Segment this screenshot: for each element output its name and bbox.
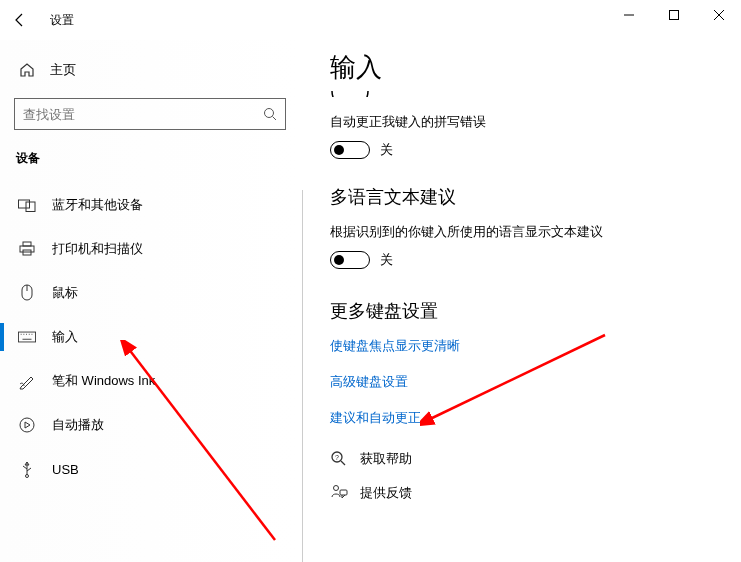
- nav-item-mouse[interactable]: 鼠标: [14, 271, 286, 315]
- toggle-autocorrect-state: 关: [380, 141, 393, 159]
- get-help-label: 获取帮助: [360, 450, 412, 468]
- home-label: 主页: [50, 61, 76, 79]
- title-bar: 设置: [0, 0, 741, 40]
- toggle-autocorrect-row: 关: [330, 141, 731, 159]
- nav-item-printers[interactable]: 打印机和扫描仪: [14, 227, 286, 271]
- svg-point-4: [265, 109, 274, 118]
- svg-text:?: ?: [335, 454, 339, 461]
- svg-rect-8: [23, 242, 31, 246]
- keyboard-links: 使键盘焦点显示更清晰 高级键盘设置 建议和自动更正: [330, 337, 731, 427]
- svg-line-5: [273, 117, 277, 121]
- nav-item-usb[interactable]: USB: [14, 447, 286, 491]
- nav-label: 笔和 Windows Ink: [52, 372, 155, 390]
- category-header: 设备: [14, 150, 286, 167]
- search-icon: [263, 107, 277, 121]
- section-multilang-heading: 多语言文本建议: [330, 185, 731, 209]
- toggle-autocorrect[interactable]: [330, 141, 370, 159]
- keyboard-icon: [18, 328, 36, 346]
- pen-icon: [18, 372, 36, 390]
- minimize-button[interactable]: [606, 0, 651, 30]
- toggle-multilang[interactable]: [330, 251, 370, 269]
- back-button[interactable]: [0, 0, 40, 40]
- svg-rect-9: [20, 246, 34, 252]
- maximize-icon: [669, 10, 679, 20]
- printer-icon: [18, 240, 36, 258]
- setting-multilang-label: 根据识别到的你键入所使用的语言显示文本建议: [330, 223, 731, 241]
- get-help-row[interactable]: ? 获取帮助: [330, 445, 731, 473]
- sidebar: 主页 设备 蓝牙和其他设备 打印机和扫描仪: [0, 40, 300, 562]
- nav-item-bluetooth[interactable]: 蓝牙和其他设备: [14, 183, 286, 227]
- window-controls: [606, 0, 741, 30]
- nav-label: 自动播放: [52, 416, 104, 434]
- sidebar-divider: [302, 190, 303, 562]
- svg-rect-6: [19, 200, 30, 208]
- svg-rect-1: [669, 11, 678, 20]
- nav-item-typing[interactable]: 输入: [14, 315, 286, 359]
- nav-list: 蓝牙和其他设备 打印机和扫描仪 鼠标 输入: [14, 183, 286, 491]
- svg-point-20: [20, 418, 34, 432]
- nav-label: USB: [52, 462, 79, 477]
- home-icon: [18, 61, 36, 79]
- section-more-keyboard-heading: 更多键盘设置: [330, 299, 731, 323]
- nav-label: 蓝牙和其他设备: [52, 196, 143, 214]
- main-content: 输入 自动更正我键入的拼写错误 关 多语言文本建议 根据识别到的你键入所使用的语…: [300, 40, 741, 562]
- close-icon: [714, 10, 724, 20]
- nav-label: 鼠标: [52, 284, 78, 302]
- window-title: 设置: [50, 12, 74, 29]
- arrow-left-icon: [13, 13, 27, 27]
- feedback-row[interactable]: 提供反馈: [330, 479, 731, 507]
- maximize-button[interactable]: [651, 0, 696, 30]
- mouse-icon: [18, 284, 36, 302]
- nav-item-pen[interactable]: 笔和 Windows Ink: [14, 359, 286, 403]
- page-title: 输入: [330, 50, 731, 85]
- svg-rect-7: [26, 202, 35, 212]
- nav-label: 打印机和扫描仪: [52, 240, 143, 258]
- link-advanced-keyboard[interactable]: 高级键盘设置: [330, 373, 731, 391]
- link-keyboard-focus[interactable]: 使键盘焦点显示更清晰: [330, 337, 731, 355]
- link-suggestions-autocorrect[interactable]: 建议和自动更正: [330, 409, 731, 427]
- close-button[interactable]: [696, 0, 741, 30]
- home-row[interactable]: 主页: [14, 50, 286, 90]
- usb-icon: [18, 460, 36, 478]
- autoplay-icon: [18, 416, 36, 434]
- partial-prior-toggle: [330, 91, 731, 101]
- svg-rect-13: [18, 332, 35, 342]
- nav-label: 输入: [52, 328, 78, 346]
- toggle-multilang-row: 关: [330, 251, 731, 269]
- svg-rect-26: [340, 490, 347, 495]
- nav-item-autoplay[interactable]: 自动播放: [14, 403, 286, 447]
- devices-icon: [18, 196, 36, 214]
- feedback-label: 提供反馈: [360, 484, 412, 502]
- svg-point-22: [26, 475, 29, 478]
- setting-autocorrect-label: 自动更正我键入的拼写错误: [330, 113, 731, 131]
- feedback-icon: [330, 484, 348, 502]
- help-icon: ?: [330, 450, 348, 468]
- search-input[interactable]: [23, 107, 263, 122]
- search-box[interactable]: [14, 98, 286, 130]
- minimize-icon: [624, 10, 634, 20]
- svg-point-25: [334, 486, 339, 491]
- toggle-multilang-state: 关: [380, 251, 393, 269]
